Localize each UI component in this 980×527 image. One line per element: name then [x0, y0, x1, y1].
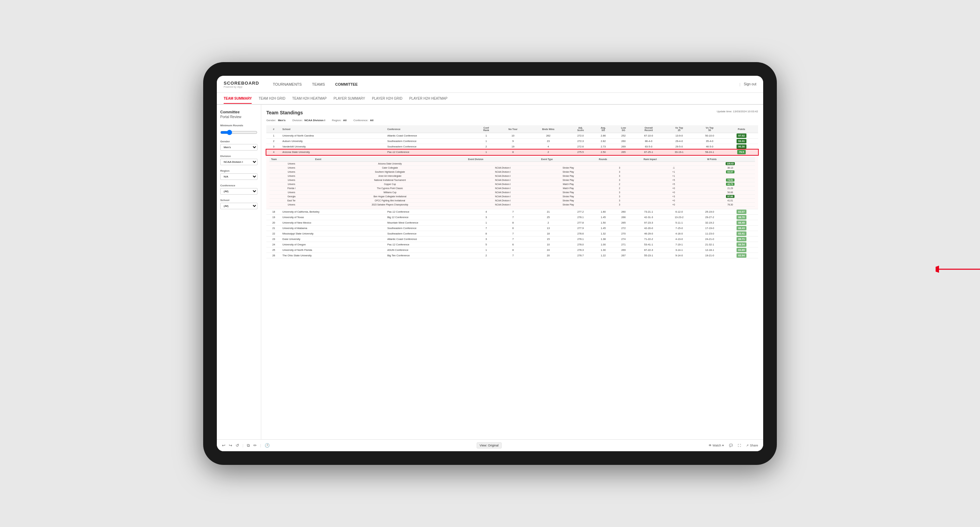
clock-icon[interactable]: 🕐: [265, 443, 270, 448]
annotation-arrow: [935, 259, 980, 279]
division-filter-value: NCAA Division I: [305, 119, 325, 122]
subnav-team-h2h-heatmap[interactable]: TEAM H2H HEATMAP: [292, 94, 327, 103]
filter-conference: Conference: All: [353, 119, 374, 122]
nav-tournaments[interactable]: TOURNAMENTS: [273, 81, 302, 88]
subnav-player-h2h-heatmap[interactable]: PLAYER H2H HEATMAP: [409, 94, 447, 103]
points-cell[interactable]: 88.70: [725, 215, 758, 220]
inner-team: Univers: [269, 203, 313, 207]
inner-th-rank: Rank Impact: [642, 157, 705, 162]
overall-cell: 42-31-3: [633, 215, 664, 220]
table-row: 25 University of North Florida ASUN Conf…: [266, 248, 758, 253]
conf-cell: Big Ten Conference: [386, 253, 475, 259]
conf-cell: Pac-12 Conference: [386, 242, 475, 248]
conf-cell: Southeastern Conference: [386, 138, 475, 144]
bnds-cell: 2: [528, 220, 568, 225]
sign-out-button[interactable]: Sign out: [744, 82, 756, 86]
nav-committee[interactable]: COMMITTEE: [335, 81, 358, 88]
redo-icon[interactable]: ↪: [229, 443, 232, 448]
min-rounds-slider[interactable]: [220, 130, 258, 135]
table-header-row: # School Conference ConfRank No Tour Bnd…: [266, 125, 758, 133]
refresh-icon[interactable]: ↺: [235, 443, 239, 448]
sidebar-title: Committee: [220, 110, 258, 114]
view-original-button[interactable]: View: Original: [477, 442, 502, 449]
vs25-cell: 3-14-1: [664, 248, 694, 253]
gender-filter-label: Gender:: [266, 119, 276, 122]
points-cell[interactable]: 79.5: [725, 149, 758, 155]
points-cell[interactable]: 88.54: [725, 242, 758, 248]
bnds-cell: 13: [528, 225, 568, 231]
inner-rank: +3: [642, 195, 705, 198]
avg-cell: 2.50: [593, 149, 613, 155]
sidebar-subtitle: Portal Review: [220, 115, 258, 119]
adj-cell: 277.2: [568, 209, 593, 215]
rank-cell: 23: [266, 237, 281, 242]
nav-bar: SCOREBOARD Powered by clippi TOURNAMENTS…: [217, 76, 763, 93]
th-points: Points: [725, 125, 758, 133]
avg-cell: 1.22: [593, 253, 613, 259]
overall-cell: 87-25-1: [633, 149, 664, 155]
nav-teams[interactable]: TEAMS: [312, 81, 325, 88]
vs25-cell: 29-4-0: [664, 138, 694, 144]
points-cell[interactable]: 88.71: [725, 237, 758, 242]
toolbar-center: View: Original: [477, 442, 502, 449]
sidebar-school-label: School: [220, 198, 258, 202]
bnds-cell: 2: [528, 149, 568, 155]
inner-rounds: 3: [597, 178, 642, 182]
inner-event: Williams Cup: [313, 190, 466, 195]
inner-eventtype: Stroke Play: [539, 195, 597, 198]
inner-rounds: 2: [597, 182, 642, 186]
edit-icon[interactable]: ✏: [253, 443, 257, 448]
inner-rounds: 3: [597, 170, 642, 174]
points-cell[interactable]: 83.94: [725, 253, 758, 259]
school-cell: University of North Carolina: [281, 133, 386, 138]
comment-button[interactable]: 💬: [729, 444, 733, 447]
subnav-team-h2h-grid[interactable]: TEAM H2H GRID: [258, 94, 285, 103]
subnav-player-h2h-grid[interactable]: PLAYER H2H GRID: [372, 94, 402, 103]
points-cell[interactable]: 97.02: [725, 133, 758, 138]
copy-icon[interactable]: ⧉: [247, 443, 250, 448]
adj-cell: 272.0: [568, 133, 593, 138]
division-select[interactable]: NCAA Division I: [220, 159, 258, 165]
points-cell[interactable]: 90.30: [725, 144, 758, 149]
region-filter-value: All: [343, 119, 347, 122]
table-row: 18 University of California, Berkeley Pa…: [266, 209, 758, 215]
notour-cell: 10: [498, 133, 528, 138]
inner-eventdiv: [466, 162, 539, 166]
adj-cell: 277.9: [568, 225, 593, 231]
inner-rounds: 3: [597, 166, 642, 170]
inner-team: Georgia: [269, 195, 313, 198]
watch-button[interactable]: 👁 Watch ▾: [708, 444, 724, 447]
subnav-team-summary[interactable]: TEAM SUMMARY: [224, 94, 252, 104]
vs50-cell: 11-23-0: [695, 231, 725, 237]
region-select[interactable]: N/A: [220, 173, 258, 180]
points-cell[interactable]: 93.31: [725, 138, 758, 144]
subnav-player-summary[interactable]: PLAYER SUMMARY: [334, 94, 365, 103]
sidebar-min-rounds-label: Minimum Rounds: [220, 124, 258, 127]
points-cell[interactable]: 83.41: [725, 231, 758, 237]
gender-select[interactable]: Men's: [220, 144, 258, 151]
bnds-cell: 23: [528, 138, 568, 144]
nav-right: | Sign out: [739, 82, 756, 86]
vs25-cell: 9-14-0: [664, 253, 694, 259]
school-select[interactable]: (All): [220, 203, 258, 209]
undo-icon[interactable]: ↩: [222, 443, 225, 448]
conference-select[interactable]: (All): [220, 188, 258, 195]
inner-rounds: 3: [597, 198, 642, 203]
low-cell: 266: [614, 215, 633, 220]
points-cell[interactable]: 83.07: [725, 209, 758, 215]
conf-cell: Southeastern Conference: [386, 144, 475, 149]
rank-cell: 22: [266, 231, 281, 237]
inner-eventtype: Match Play: [539, 182, 597, 186]
eye-icon: 👁: [708, 444, 712, 447]
overall-cell: 67-10-0: [633, 133, 664, 138]
inner-team: Florida I: [269, 186, 313, 190]
points-cell[interactable]: 88.49: [725, 220, 758, 225]
points-cell[interactable]: 88.43: [725, 225, 758, 231]
low-cell: 267: [614, 253, 633, 259]
points-cell[interactable]: 83.89: [725, 248, 758, 253]
inner-rank: +1: [642, 170, 705, 174]
toolbar-left: ↩ ↪ ↺ | ⧉ ✏ | 🕐: [222, 443, 270, 448]
inner-table-row: East Ter OFCC Fighting Illini Invitation…: [269, 198, 755, 203]
expand-button[interactable]: ⛶: [738, 444, 741, 447]
share-button[interactable]: ↗ Share: [746, 444, 758, 447]
